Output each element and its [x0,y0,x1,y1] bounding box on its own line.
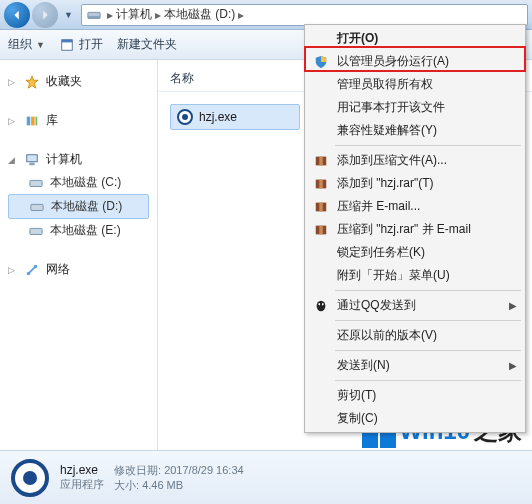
details-size-label: 大小: [114,479,139,491]
sidebar-network[interactable]: ▷ 网络 [8,258,157,281]
ctx-copy[interactable]: 复制(C) [307,407,523,430]
svg-point-17 [182,114,188,120]
qq-icon [313,298,329,314]
file-row[interactable]: hzj.exe [170,104,300,130]
ctx-run-as-admin[interactable]: 以管理员身份运行(A) [307,50,523,73]
ctx-restore-prev[interactable]: 还原以前的版本(V) [307,324,523,347]
ctx-separator [335,290,521,291]
sidebar-favorites[interactable]: ▷ 收藏夹 [8,70,157,93]
breadcrumb-sep: ▸ [152,8,164,22]
svg-rect-11 [31,204,43,210]
breadcrumb-sep: ▸ [104,8,116,22]
network-icon [24,262,40,278]
collapse-icon: ▷ [8,265,18,275]
arrow-right-icon [38,8,52,22]
svg-rect-7 [36,116,38,125]
sidebar-label: 计算机 [46,151,82,168]
organize-menu[interactable]: 组织▼ [8,36,45,53]
collapse-icon: ▷ [8,116,18,126]
svg-rect-27 [319,225,323,234]
sidebar-label: 本地磁盘 (E:) [50,222,121,239]
svg-rect-25 [319,202,323,211]
svg-rect-9 [29,162,34,165]
ctx-add-hzj-rar[interactable]: 添加到 "hzj.rar"(T) [307,172,523,195]
new-folder-button[interactable]: 新建文件夹 [117,36,177,53]
sidebar-label: 收藏夹 [46,73,82,90]
svg-point-19 [23,471,37,485]
open-label: 打开 [79,36,103,53]
ctx-add-archive[interactable]: 添加到压缩文件(A)... [307,149,523,172]
details-size-value: 4.46 MB [142,479,183,491]
breadcrumb-sep: ▸ [235,8,247,22]
ctx-cut[interactable]: 剪切(T) [307,384,523,407]
ctx-zip-email[interactable]: 压缩并 E-mail... [307,195,523,218]
drive-icon [87,8,101,22]
ctx-send-to[interactable]: 发送到(N) ▶ [307,354,523,377]
ctx-zip-hzj-email[interactable]: 压缩到 "hzj.rar" 并 E-mail [307,218,523,241]
ctx-qq-send[interactable]: 通过QQ发送到 ▶ [307,294,523,317]
sidebar-label: 本地磁盘 (C:) [50,174,121,191]
nav-back-button[interactable] [4,2,30,28]
submenu-arrow-icon: ▶ [509,360,517,371]
ctx-separator [335,320,521,321]
breadcrumb-location[interactable]: 本地磁盘 (D:) [164,6,235,23]
breadcrumb-root[interactable]: 计算机 [116,6,152,23]
sidebar: ▷ 收藏夹 ▷ 库 ◢ [0,60,158,450]
archive-icon [313,222,329,238]
context-menu: 打开(O) 以管理员身份运行(A) 管理员取得所有权 用记事本打开该文件 兼容性… [304,24,526,433]
svg-point-30 [322,303,324,305]
details-pane: hzj.exe 应用程序 修改日期: 2017/8/29 16:34 大小: 4… [0,450,532,504]
drive-icon [28,223,44,239]
ctx-separator [335,145,521,146]
shield-icon [313,54,329,70]
svg-line-15 [29,267,34,272]
sidebar-drive-c[interactable]: 本地磁盘 (C:) [8,171,157,194]
ctx-pin-taskbar[interactable]: 锁定到任务栏(K) [307,241,523,264]
details-mod-value: 2017/8/29 16:34 [164,464,244,476]
svg-rect-23 [319,179,323,188]
svg-point-29 [318,303,320,305]
open-icon [59,37,75,53]
sidebar-computer[interactable]: ◢ 计算机 [8,148,157,171]
details-col: hzj.exe 应用程序 [60,463,104,492]
address-bar[interactable]: ▸ 计算机 ▸ 本地磁盘 (D:) ▸ [81,4,528,26]
file-name: hzj.exe [199,110,237,124]
libraries-icon [24,113,40,129]
sidebar-drive-e[interactable]: 本地磁盘 (E:) [8,219,157,242]
svg-marker-4 [26,75,38,87]
svg-rect-10 [30,180,42,186]
drive-icon [28,175,44,191]
archive-icon [313,199,329,215]
exe-icon [177,109,193,125]
svg-rect-21 [319,156,323,165]
open-button[interactable]: 打开 [59,36,103,53]
organize-label: 组织 [8,36,32,53]
ctx-open[interactable]: 打开(O) [307,27,523,50]
sidebar-label: 库 [46,112,58,129]
computer-icon [24,152,40,168]
svg-rect-5 [27,116,31,125]
details-filename: hzj.exe [60,463,104,477]
svg-rect-6 [31,116,35,125]
star-icon [24,74,40,90]
ctx-open-notepad[interactable]: 用记事本打开该文件 [307,96,523,119]
details-type: 应用程序 [60,477,104,492]
svg-rect-3 [62,39,73,42]
sidebar-drive-d[interactable]: 本地磁盘 (D:) [8,194,149,219]
svg-rect-12 [30,228,42,234]
ctx-admin-ownership[interactable]: 管理员取得所有权 [307,73,523,96]
expand-icon: ◢ [8,155,18,165]
collapse-icon: ▷ [8,77,18,87]
nav-history-dropdown[interactable]: ▼ [60,10,77,20]
svg-point-28 [317,300,326,311]
new-folder-label: 新建文件夹 [117,36,177,53]
details-col: 修改日期: 2017/8/29 16:34 大小: 4.46 MB [114,463,244,493]
details-mod-label: 修改日期: [114,464,161,476]
sidebar-libraries[interactable]: ▷ 库 [8,109,157,132]
ctx-separator [335,350,521,351]
ctx-pin-start[interactable]: 附到「开始」菜单(U) [307,264,523,287]
ctx-compat-troubleshoot[interactable]: 兼容性疑难解答(Y) [307,119,523,142]
nav-forward-button[interactable] [32,2,58,28]
svg-rect-1 [88,15,100,18]
ctx-separator [335,380,521,381]
